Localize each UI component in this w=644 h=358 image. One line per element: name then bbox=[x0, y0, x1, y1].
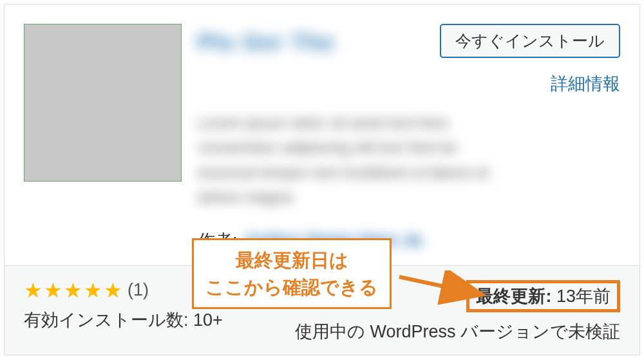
annotation-callout: 最終更新日は ここから確認できる bbox=[192, 238, 392, 309]
star-icon: ★ bbox=[44, 280, 62, 301]
star-icon: ★ bbox=[84, 280, 102, 301]
plugin-card-top: Plu Ger The 今すぐインストール 詳細情報 Lorem ipsum d… bbox=[5, 5, 639, 265]
plugin-title-row: Plu Ger The 今すぐインストール 詳細情報 bbox=[198, 24, 620, 95]
install-now-button[interactable]: 今すぐインストール bbox=[440, 24, 620, 58]
plugin-description: Lorem ipsum dolor sit amet text here con… bbox=[198, 111, 507, 210]
rating-count: (1) bbox=[128, 280, 149, 300]
compatibility-text: 使用中の WordPress バージョンで未検証 bbox=[295, 320, 620, 343]
star-icon: ★ bbox=[64, 280, 82, 301]
active-installs-value: 10+ bbox=[193, 310, 223, 330]
plugin-content: Plu Ger The 今すぐインストール 詳細情報 Lorem ipsum d… bbox=[182, 24, 620, 252]
active-installs-label: 有効インストール数: bbox=[24, 310, 189, 330]
star-icon: ★ bbox=[24, 280, 43, 301]
star-rating: ★ ★ ★ ★ ★ bbox=[24, 280, 122, 301]
annotation-line2: ここから確認できる bbox=[205, 274, 378, 301]
details-link[interactable]: 詳細情報 bbox=[551, 72, 620, 95]
last-updated-value: 13年前 bbox=[556, 287, 611, 306]
active-installs: 有効インストール数: 10+ bbox=[24, 308, 223, 332]
star-icon: ★ bbox=[104, 280, 122, 301]
plugin-thumbnail bbox=[24, 24, 182, 182]
annotation-line1: 最終更新日は bbox=[205, 247, 378, 274]
plugin-title[interactable]: Plu Ger The bbox=[198, 29, 335, 55]
plugin-actions: 今すぐインストール 詳細情報 bbox=[440, 24, 620, 95]
svg-line-1 bbox=[399, 277, 483, 295]
annotation-arrow-icon bbox=[396, 270, 493, 309]
